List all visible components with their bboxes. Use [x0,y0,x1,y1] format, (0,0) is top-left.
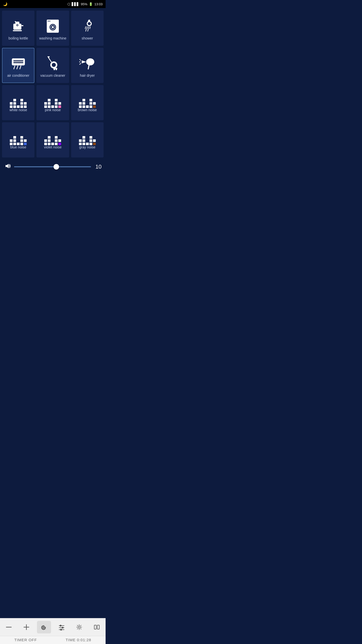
svg-point-13 [49,21,50,22]
hair-dryer-icon [79,55,95,71]
brown-noise-item[interactable]: brown noise [71,85,104,120]
svg-line-36 [80,63,81,64]
svg-marker-37 [6,164,9,168]
shower-label: shower [82,36,93,40]
signal-icon: ▋▋▋ [72,2,79,6]
hair-dryer-label: hair dryer [80,73,95,77]
air-conditioner-item[interactable]: air conditioner [2,48,34,83]
svg-rect-49 [97,625,99,629]
status-right: ⬡ ▋▋▋ 95% 🔋 13:03 [67,2,103,6]
svg-line-20 [86,29,86,31]
vacuum-cleaner-item[interactable]: vacuum cleaner [36,48,69,83]
washing-machine-icon [45,18,61,34]
status-left-icon: 🌙 [3,2,7,6]
brown-noise-chart [79,95,96,108]
svg-point-44 [62,627,63,628]
plus-button[interactable] [19,621,33,633]
svg-point-28 [54,69,55,70]
plus-icon [23,624,30,631]
filter-button[interactable] [55,621,69,633]
timer-status: TIMER OFF [14,638,37,642]
cast-icon: ⬡ [67,2,70,6]
volume-bar: 10 [2,159,104,174]
svg-rect-31 [86,60,90,63]
brown-noise-label: brown noise [78,108,97,112]
svg-marker-32 [82,60,86,63]
footer-bar: TIMER OFF TIME 0:01:28 [0,636,106,644]
svg-rect-1 [15,22,19,24]
gray-noise-item[interactable]: gray noise [71,122,104,157]
svg-point-15 [88,22,91,25]
vacuum-cleaner-label: vacuum cleaner [40,73,65,77]
boiling-kettle-item[interactable]: boiling kettle [2,11,34,46]
sound-grid: boiling kettle washing machine [2,11,104,157]
blue-noise-item[interactable]: blue noise [2,122,34,157]
washing-machine-item[interactable]: washing machine [36,11,69,46]
moon-icon [40,624,48,631]
svg-rect-4 [13,30,22,31]
svg-line-21 [88,29,88,31]
minus-icon [5,624,12,631]
hair-dryer-item[interactable]: hair dryer [71,48,104,83]
pink-noise-chart [44,95,61,108]
svg-point-29 [56,69,57,70]
boiling-kettle-label: boiling kettle [9,36,28,40]
air-conditioner-icon [10,55,26,71]
svg-rect-48 [94,625,96,629]
settings-button[interactable] [72,621,86,633]
white-noise-label: white noise [10,108,27,112]
battery-icon: 🔋 [89,2,93,6]
svg-line-18 [88,27,89,29]
svg-point-12 [48,21,49,22]
svg-point-46 [61,629,62,630]
minus-button[interactable] [2,621,16,633]
pink-noise-label: pink noise [45,108,61,112]
violet-noise-label: violet noise [44,145,62,149]
svg-point-11 [52,26,54,28]
svg-point-26 [52,63,56,67]
violet-noise-chart [44,132,61,145]
filter-icon [58,624,65,631]
volume-slider[interactable] [14,164,91,169]
blue-noise-label: blue noise [10,145,26,149]
white-noise-chart [10,95,27,108]
slider-track [14,166,91,167]
columns-button[interactable] [90,621,104,633]
bottom-toolbar [0,618,106,636]
volume-value: 10 [94,164,102,170]
vacuum-icon [45,55,61,71]
svg-rect-3 [21,25,23,26]
white-noise-item[interactable]: white noise [2,85,34,120]
time-text: 13:03 [94,2,103,6]
speaker-icon [4,163,11,170]
air-conditioner-label: air conditioner [7,73,29,77]
svg-point-6 [17,25,18,26]
gear-icon [76,624,83,631]
svg-rect-2 [15,21,16,22]
slider-fill [14,166,56,167]
svg-rect-22 [12,58,25,65]
gray-noise-label: gray noise [79,145,96,149]
sleep-button[interactable] [37,621,51,633]
shower-item[interactable]: shower [71,11,104,46]
svg-line-16 [85,27,86,29]
status-bar: 🌙 ⬡ ▋▋▋ 95% 🔋 13:03 [0,0,106,8]
svg-point-47 [78,626,80,628]
svg-rect-23 [13,60,23,61]
slider-thumb[interactable] [54,164,59,170]
gray-noise-chart [79,132,96,145]
main-content: boiling kettle washing machine [0,8,106,618]
time-display: TIME 0:01:28 [66,638,91,642]
kettle-icon [10,18,26,34]
pink-noise-item[interactable]: pink noise [36,85,69,120]
volume-icon [4,163,11,171]
svg-line-17 [87,27,87,29]
shower-icon [79,18,95,34]
violet-noise-item[interactable]: violet noise [36,122,69,157]
blue-noise-chart [10,132,27,145]
columns-icon [93,624,100,631]
svg-rect-27 [53,68,57,69]
svg-line-34 [80,59,81,60]
washing-machine-label: washing machine [39,36,66,40]
svg-point-42 [60,625,61,626]
